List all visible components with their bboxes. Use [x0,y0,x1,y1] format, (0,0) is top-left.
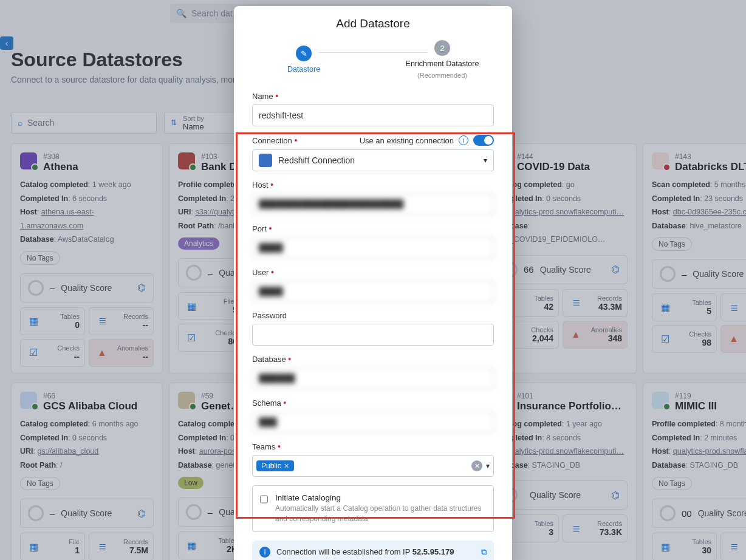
teams-label: Teams • [252,442,494,451]
name-label: Name • [252,91,494,101]
database-label: Database • [252,354,494,364]
stepper: ✎ Datastore 2 Enrichment Datastore (Reco… [252,40,494,79]
user-input[interactable] [252,281,494,302]
name-input[interactable] [252,104,494,126]
initiate-cataloging-checkbox[interactable] [260,494,268,504]
port-input[interactable] [252,237,494,259]
database-input[interactable] [252,367,494,389]
host-label: Host • [252,180,494,190]
add-datastore-modal: Add Datastore ✎ Datastore 2 Enrichment D… [234,6,512,560]
clear-icon[interactable]: ✕ [471,460,482,471]
schema-label: Schema • [252,398,494,408]
ip-note: i Connection will be established from IP… [252,541,494,560]
connection-value: Redshift Connection [278,155,355,165]
password-input[interactable] [252,324,494,346]
redshift-icon [259,154,272,167]
chevron-down-icon: ▾ [486,462,490,470]
step-2-badge: 2 [434,40,450,56]
teams-select[interactable]: Public✕ ✕ ▾ [252,455,494,477]
catalog-title: Initiate Cataloging [275,493,486,502]
modal-title: Add Datastore [252,17,494,30]
host-input[interactable] [252,193,494,215]
use-existing-toggle[interactable] [473,135,494,146]
catalog-desc: Automatically start a Catalog operation … [275,504,486,524]
connection-label: Connection • [252,135,297,145]
chevron-down-icon: ▾ [484,156,487,165]
info-icon[interactable]: i [459,135,468,145]
port-label: Port • [252,224,494,233]
step-enrichment[interactable]: 2 Enrichment Datastore (Recommended) [391,40,494,79]
initiate-cataloging-option[interactable]: Initiate Cataloging Automatically start … [252,485,494,532]
close-icon[interactable]: ✕ [284,462,289,470]
team-chip-public[interactable]: Public✕ [256,460,294,471]
copy-ip-button[interactable]: ⧉ [481,547,487,557]
pencil-icon: ✎ [296,46,312,61]
info-icon: i [259,547,270,558]
schema-input[interactable] [252,411,494,433]
user-label: User • [252,267,494,277]
connection-select[interactable]: Redshift Connection ▾ [252,149,494,171]
use-existing-label: Use an existing connection [360,136,454,145]
step-datastore[interactable]: ✎ Datastore [252,46,355,73]
password-label: Password [252,311,494,320]
